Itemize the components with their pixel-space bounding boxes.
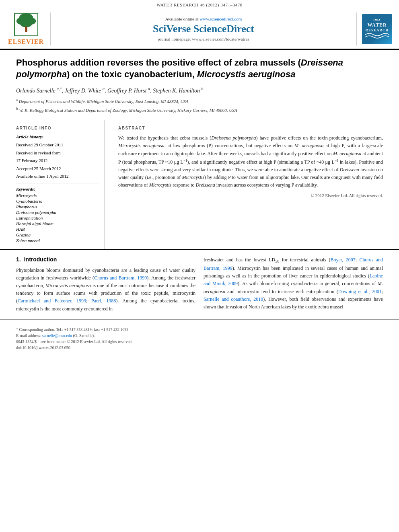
intro-body-right: freshwater and has the lowest LD50 for t… bbox=[204, 256, 383, 311]
accepted-date: Accepted 25 March 2012 bbox=[16, 165, 99, 172]
wr-water: WATER bbox=[367, 22, 387, 28]
svg-point-3 bbox=[20, 19, 32, 27]
received-revised-label: Received in revised form bbox=[16, 150, 99, 156]
keyword-4: Dreissena polymorpha bbox=[16, 210, 99, 215]
article-info-column: ARTICLE INFO Article history: Received 2… bbox=[16, 120, 105, 249]
keyword-7: HAB bbox=[16, 227, 99, 232]
sciverse-area: Available online at www.sciencedirect.co… bbox=[56, 12, 352, 45]
article-main-title: Phosphorus addition reverses the positiv… bbox=[16, 57, 383, 80]
received-revised-date: 17 February 2012 bbox=[16, 157, 99, 164]
footnote-divider bbox=[16, 324, 88, 324]
corresponding-author-note: * Corresponding author. Tel.: +1 517 353… bbox=[16, 327, 383, 339]
keyword-5: Eutrophication bbox=[16, 216, 99, 220]
doi-line: doi:10.1016/j.watres.2012.03.050 bbox=[16, 345, 383, 351]
body-left-col: 1.Introduction Phytoplankton blooms domi… bbox=[16, 256, 195, 313]
carmichael-link[interactable]: Carmichael and Falconer, 1993 bbox=[18, 298, 86, 304]
affiliation-a: a Department of Fisheries and Wildlife, … bbox=[16, 97, 383, 105]
affiliation-b: b W. K. Kellogg Biological Station and D… bbox=[16, 106, 383, 113]
abstract-column: ABSTRACT We tested the hypothesis that z… bbox=[113, 120, 383, 249]
author-email[interactable]: sarnelle@msu.edu bbox=[42, 333, 72, 338]
issn-line: 0043-1354/$ – see front matter © 2012 El… bbox=[16, 339, 383, 345]
labine-minuk-link[interactable]: Labine and Minuk, 2009 bbox=[204, 273, 383, 286]
history-label: Article history: bbox=[16, 134, 99, 139]
page-footer: * Corresponding author. Tel.: +1 517 353… bbox=[0, 319, 399, 355]
authors-line: Orlando Sarnelle a,*, Jeffrey D. White a… bbox=[16, 86, 383, 94]
chorus-bartram-1999-link2[interactable]: Chorus and Bartram, 1999 bbox=[204, 257, 383, 271]
intro-heading: 1.Introduction bbox=[16, 256, 195, 263]
article-info-heading: ARTICLE INFO bbox=[16, 126, 99, 130]
svg-rect-4 bbox=[25, 27, 27, 32]
keywords-label: Keywords: bbox=[16, 187, 99, 191]
keyword-6: Harmful algal bloom bbox=[16, 221, 99, 226]
intro-heading-text: Introduction bbox=[24, 256, 57, 263]
keyword-1: Microcystis bbox=[16, 193, 99, 198]
body-right-col: freshwater and has the lowest LD50 for t… bbox=[204, 256, 383, 313]
wr-badge: IWA WATER RESEARCH bbox=[362, 14, 392, 44]
publisher-header: ELSEVIER Available online at www.science… bbox=[0, 9, 399, 50]
article-title-section: Phosphorus addition reverses the positiv… bbox=[0, 50, 399, 120]
paerl-link[interactable]: Paerl, 1988 bbox=[91, 298, 116, 304]
email-person: (O. Sarnelle). bbox=[73, 333, 95, 338]
intro-body-left: Phytoplankton blooms dominated by cyanob… bbox=[16, 267, 195, 313]
section-number: 1. bbox=[16, 256, 21, 263]
journal-citation: WATER RESEARCH 46 (2012) 3471–3478 bbox=[156, 2, 243, 7]
wr-iwa: IWA bbox=[373, 18, 381, 22]
received-date: Received 29 October 2011 bbox=[16, 142, 99, 148]
keyword-9: Zebra mussel bbox=[16, 238, 99, 243]
article-body: 1.Introduction Phytoplankton blooms domi… bbox=[0, 250, 399, 313]
abstract-heading: ABSTRACT bbox=[118, 126, 383, 130]
sciverse-title: SciVerse ScienceDirect bbox=[153, 23, 254, 35]
info-divider bbox=[16, 183, 99, 183]
sciencedirect-link[interactable]: www.sciencedirect.com bbox=[200, 16, 242, 21]
article-info-abstract-section: ARTICLE INFO Article history: Received 2… bbox=[0, 120, 399, 250]
wave-decoration bbox=[365, 32, 389, 39]
available-online-text: Available online at www.sciencedirect.co… bbox=[165, 16, 242, 21]
keyword-3: Phosphorus bbox=[16, 204, 99, 209]
keyword-2: Cyanobacteria bbox=[16, 199, 99, 203]
wr-research: RESEARCH bbox=[365, 28, 389, 32]
elsevier-tree-icon bbox=[12, 12, 40, 37]
downing-link[interactable]: Downing et al., 2001 bbox=[338, 289, 382, 294]
available-online-date: Available online 1 April 2012 bbox=[16, 173, 99, 180]
email-label: E-mail address: bbox=[16, 333, 41, 338]
journal-homepage: journal homepage: www.elsevier.com/locat… bbox=[158, 37, 249, 41]
water-research-logo: IWA WATER RESEARCH bbox=[356, 12, 393, 45]
keyword-8: Grazing bbox=[16, 232, 99, 237]
boyer-2007-link[interactable]: Boyer, 2007 bbox=[330, 257, 355, 263]
elsevier-logo: ELSEVIER bbox=[6, 12, 51, 45]
elsevier-name: ELSEVIER bbox=[8, 38, 44, 45]
sarnelle-link[interactable]: Sarnelle and coauthors, 2010 bbox=[204, 296, 263, 302]
copyright-line: © 2012 Elsevier Ltd. All rights reserved… bbox=[118, 193, 383, 198]
abstract-text: We tested the hypothesis that zebra muss… bbox=[118, 134, 383, 189]
chorus-bartram-1999-link[interactable]: Chorus and Bartram, 1999 bbox=[94, 275, 147, 281]
journal-header: WATER RESEARCH 46 (2012) 3471–3478 bbox=[0, 0, 399, 9]
